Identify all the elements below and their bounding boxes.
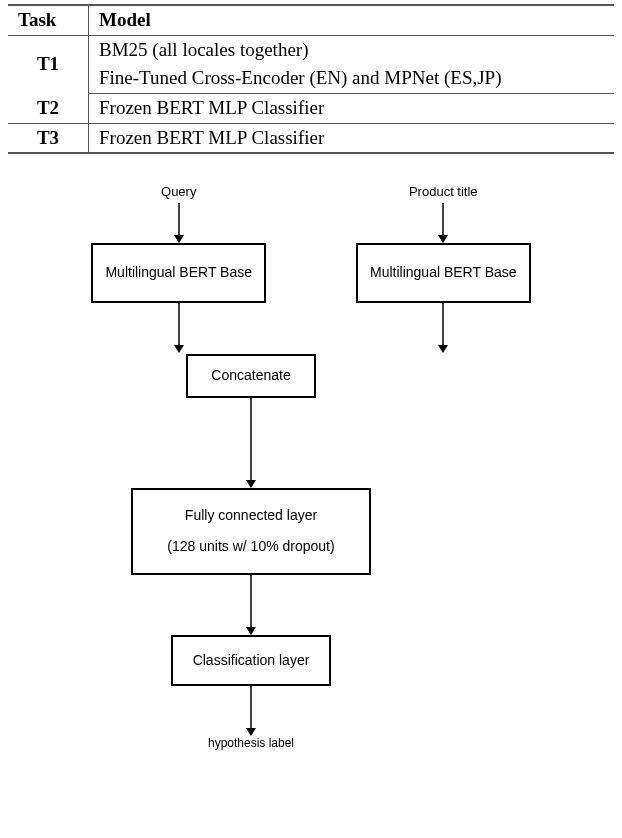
task-t2: T2 xyxy=(8,94,89,124)
architecture-diagram: Query Multilingual BERT Base Product tit… xyxy=(8,184,614,754)
table-row: T3 Frozen BERT MLP Classifier xyxy=(8,123,614,153)
svg-marker-5 xyxy=(438,235,448,243)
task-model-table: Task Model T1 BM25 (all locales together… xyxy=(8,4,614,154)
arrow-down-icon xyxy=(173,203,185,243)
arrow-down-icon xyxy=(245,686,257,736)
table-row: T2 Frozen BERT MLP Classifier xyxy=(8,94,614,124)
model-t3: Frozen BERT MLP Classifier xyxy=(89,123,615,153)
input-row: Query Multilingual BERT Base Product tit… xyxy=(91,184,530,353)
model-t1-line2: Fine-Tuned Cross-Encoder (EN) and MPNet … xyxy=(89,64,615,93)
arrow-down-icon xyxy=(437,203,449,243)
svg-marker-1 xyxy=(174,235,184,243)
header-task: Task xyxy=(8,5,89,35)
arrow-down-icon xyxy=(437,303,449,353)
header-model: Model xyxy=(89,5,615,35)
query-label: Query xyxy=(161,184,196,199)
fc-box: Fully connected layer (128 units w/ 10% … xyxy=(131,488,371,575)
output-label: hypothesis label xyxy=(208,736,294,750)
fc-line2: (128 units w/ 10% dropout) xyxy=(153,537,349,557)
fc-line1: Fully connected layer xyxy=(153,506,349,526)
model-t2: Frozen BERT MLP Classifier xyxy=(89,94,615,124)
table-row: Fine-Tuned Cross-Encoder (EN) and MPNet … xyxy=(8,64,614,93)
model-t1-line1: BM25 (all locales together) xyxy=(89,35,615,64)
arrow-down-icon xyxy=(245,398,257,488)
svg-marker-13 xyxy=(246,728,256,736)
arrow-down-icon xyxy=(173,303,185,353)
bert-box-query: Multilingual BERT Base xyxy=(91,243,266,303)
product-column: Product title Multilingual BERT Base xyxy=(356,184,531,353)
query-column: Query Multilingual BERT Base xyxy=(91,184,266,353)
product-label: Product title xyxy=(409,184,478,199)
table-row: T1 BM25 (all locales together) xyxy=(8,35,614,64)
task-t3: T3 xyxy=(8,123,89,153)
svg-marker-3 xyxy=(174,345,184,353)
concat-box: Concatenate xyxy=(186,354,316,398)
task-t1: T1 xyxy=(8,35,89,93)
center-column: Concatenate Fully connected layer (128 u… xyxy=(131,354,371,754)
svg-marker-7 xyxy=(438,345,448,353)
arrow-down-icon xyxy=(245,575,257,635)
svg-marker-9 xyxy=(246,480,256,488)
classification-box: Classification layer xyxy=(171,635,331,687)
bert-box-product: Multilingual BERT Base xyxy=(356,243,531,303)
svg-marker-11 xyxy=(246,627,256,635)
